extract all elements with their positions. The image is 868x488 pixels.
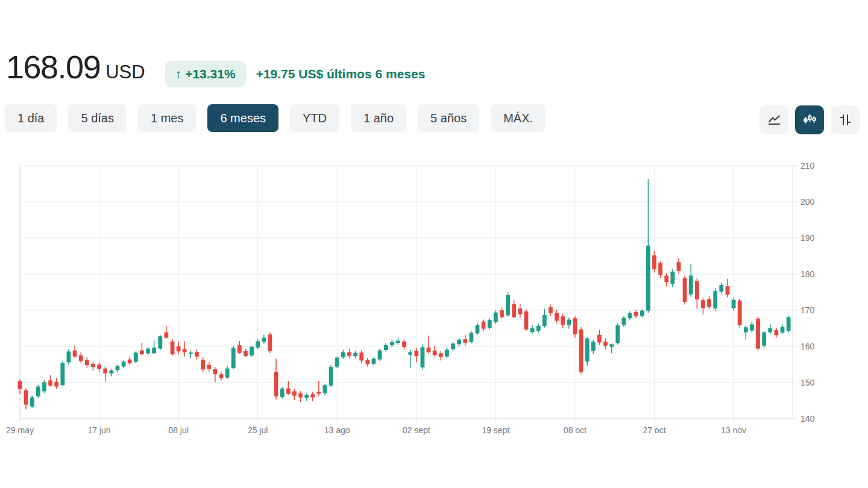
- range-button-1-ano[interactable]: 1 año: [351, 104, 406, 132]
- candle-body[interactable]: [518, 308, 522, 314]
- candlestick-chart-area[interactable]: 14015016017018019020021029 may17 jun08 j…: [0, 157, 868, 458]
- candle-body[interactable]: [219, 374, 224, 378]
- candle-body[interactable]: [750, 324, 754, 330]
- range-button-5-dias[interactable]: 5 días: [68, 104, 126, 132]
- candle-body[interactable]: [128, 360, 132, 364]
- candle-body[interactable]: [91, 364, 95, 367]
- candle-body[interactable]: [97, 364, 101, 369]
- candle-body[interactable]: [171, 342, 175, 355]
- candle-body[interactable]: [652, 255, 656, 269]
- candle-body[interactable]: [555, 313, 559, 321]
- candle-body[interactable]: [79, 355, 83, 361]
- candle-body[interactable]: [359, 352, 363, 360]
- candle-body[interactable]: [341, 352, 345, 357]
- candle-body[interactable]: [262, 338, 266, 342]
- range-button-ytd[interactable]: YTD: [290, 104, 339, 132]
- candle-body[interactable]: [573, 318, 577, 334]
- candle-body[interactable]: [292, 391, 297, 395]
- candle-body[interactable]: [585, 339, 590, 361]
- candle-body[interactable]: [256, 342, 260, 348]
- candle-body[interactable]: [274, 372, 278, 396]
- candle-body[interactable]: [445, 349, 449, 356]
- candle-body[interactable]: [609, 344, 614, 346]
- candle-body[interactable]: [30, 398, 34, 407]
- candle-body[interactable]: [48, 380, 52, 385]
- candle-body[interactable]: [579, 330, 583, 372]
- candle-body[interactable]: [54, 382, 58, 387]
- candle-body[interactable]: [732, 300, 736, 308]
- candle-body[interactable]: [451, 343, 455, 349]
- candle-body[interactable]: [494, 313, 498, 322]
- candle-body[interactable]: [134, 352, 138, 362]
- candle-body[interactable]: [567, 320, 571, 325]
- candle-body[interactable]: [390, 342, 394, 345]
- candle-body[interactable]: [744, 327, 748, 332]
- candle-body[interactable]: [695, 281, 699, 299]
- candlestick-chart[interactable]: 14015016017018019020021029 may17 jun08 j…: [0, 157, 868, 458]
- candle-body[interactable]: [347, 352, 351, 356]
- candle-body[interactable]: [268, 334, 272, 351]
- candle-body[interactable]: [310, 394, 315, 397]
- candle-body[interactable]: [109, 371, 113, 374]
- candle-body[interactable]: [469, 333, 473, 342]
- range-button-1-dia[interactable]: 1 día: [5, 104, 57, 132]
- candle-body[interactable]: [664, 275, 668, 282]
- candle-body[interactable]: [597, 335, 602, 343]
- ohlc-icon-button[interactable]: [831, 105, 860, 134]
- candle-body[interactable]: [250, 347, 254, 355]
- candle-body[interactable]: [439, 353, 443, 357]
- candle-body[interactable]: [408, 352, 412, 355]
- candle-body[interactable]: [658, 263, 662, 275]
- candle-body[interactable]: [280, 389, 285, 397]
- candle-body[interactable]: [323, 385, 327, 393]
- candle-body[interactable]: [298, 393, 303, 398]
- candle-body[interactable]: [103, 369, 107, 374]
- candle-body[interactable]: [304, 395, 309, 398]
- candle-body[interactable]: [201, 360, 205, 369]
- line-chart-icon-button[interactable]: [760, 105, 788, 134]
- candle-body[interactable]: [177, 346, 181, 351]
- candle-body[interactable]: [231, 348, 236, 368]
- candle-body[interactable]: [384, 345, 388, 350]
- candle-body[interactable]: [787, 317, 791, 331]
- candle-body[interactable]: [506, 295, 510, 316]
- candle-body[interactable]: [329, 367, 333, 386]
- candle-body[interactable]: [536, 326, 541, 331]
- candles-layer[interactable]: [18, 179, 791, 409]
- candle-body[interactable]: [689, 275, 693, 294]
- candle-body[interactable]: [762, 333, 766, 346]
- range-button-max[interactable]: MÁX.: [491, 104, 546, 132]
- candle-body[interactable]: [122, 361, 126, 366]
- candle-body[interactable]: [140, 351, 144, 355]
- candle-body[interactable]: [42, 382, 46, 391]
- candle-body[interactable]: [60, 363, 64, 386]
- candle-body[interactable]: [116, 366, 120, 370]
- candle-body[interactable]: [781, 327, 785, 333]
- candle-body[interactable]: [207, 365, 211, 369]
- candle-body[interactable]: [18, 381, 22, 389]
- candle-body[interactable]: [225, 369, 230, 378]
- candle-body[interactable]: [67, 351, 71, 362]
- candle-body[interactable]: [482, 322, 486, 329]
- candle-body[interactable]: [365, 360, 370, 364]
- candle-body[interactable]: [542, 315, 547, 327]
- candle-body[interactable]: [677, 262, 681, 271]
- candle-body[interactable]: [427, 348, 431, 352]
- candle-body[interactable]: [316, 392, 321, 394]
- candle-body[interactable]: [640, 311, 644, 316]
- range-button-1-mes[interactable]: 1 mes: [138, 104, 196, 132]
- candle-body[interactable]: [73, 351, 77, 357]
- candle-body[interactable]: [24, 390, 28, 405]
- candle-body[interactable]: [634, 312, 638, 316]
- candle-body[interactable]: [591, 342, 596, 351]
- range-button-5-anos[interactable]: 5 años: [418, 104, 479, 132]
- candle-body[interactable]: [726, 286, 730, 295]
- candle-body[interactable]: [774, 330, 778, 335]
- candle-body[interactable]: [85, 360, 89, 365]
- candle-body[interactable]: [621, 318, 626, 325]
- candle-body[interactable]: [36, 387, 40, 396]
- candle-body[interactable]: [500, 310, 504, 317]
- candle-body[interactable]: [189, 352, 193, 354]
- candle-body[interactable]: [713, 291, 717, 308]
- candle-body[interactable]: [701, 300, 705, 308]
